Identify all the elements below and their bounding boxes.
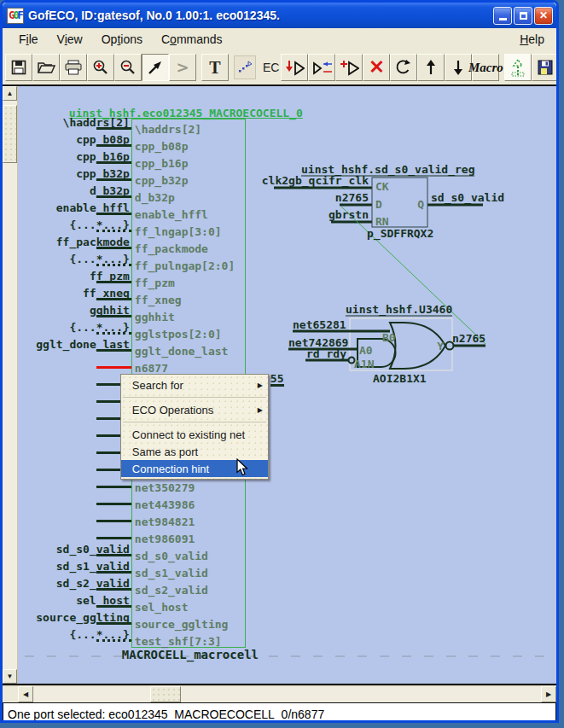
text-tool-button[interactable]: T — [201, 54, 229, 81]
port-stub-wire[interactable] — [96, 178, 131, 181]
external-net-label[interactable]: gglt_done_last — [18, 339, 130, 350]
horizontal-scroll-track[interactable] — [33, 686, 541, 702]
external-net-label[interactable]: gghhit — [18, 305, 130, 316]
port-name-label[interactable]: net350279 — [135, 482, 195, 493]
menu-file[interactable]: File — [11, 31, 46, 48]
port-stub-wire[interactable] — [96, 264, 131, 266]
port-stub-wire[interactable] — [96, 195, 131, 198]
port-name-label[interactable]: d_b32p — [135, 192, 175, 203]
scroll-left-button[interactable]: ◀ — [18, 686, 33, 702]
port-stub-wire[interactable] — [96, 554, 131, 556]
add-gate-button[interactable] — [335, 54, 363, 81]
port-stub-wire[interactable] — [96, 622, 131, 625]
port-name-label[interactable]: gglt_done_last — [135, 346, 229, 357]
external-net-label[interactable]: sel_host — [18, 595, 130, 606]
port-stub-wire[interactable] — [96, 639, 131, 642]
external-net-label[interactable]: enable_hffl — [18, 202, 130, 213]
port-stub-wire[interactable] — [96, 332, 131, 335]
run-update-button[interactable] — [504, 54, 532, 81]
wire-hint-button[interactable] — [234, 55, 256, 79]
horizontal-scrollbar[interactable]: ◀ ▶ — [3, 685, 556, 702]
open-button[interactable] — [32, 54, 60, 81]
port-stub-wire[interactable] — [96, 605, 131, 608]
external-net-label[interactable]: ff_packmode — [18, 236, 130, 248]
external-net-label[interactable]: cpp_b32p — [18, 168, 130, 179]
forward-button[interactable]: > — [169, 54, 196, 81]
menu-commands[interactable]: Commands — [154, 31, 230, 48]
external-net-label[interactable]: {...*...} — [18, 629, 130, 640]
port-name-label[interactable]: source_gglting — [135, 619, 229, 630]
scroll-down-button[interactable]: ▼ — [3, 669, 17, 684]
port-stub-wire[interactable] — [96, 486, 131, 488]
port-name-label[interactable]: sel_host — [135, 602, 189, 613]
scroll-up-button[interactable]: ▲ — [3, 86, 17, 101]
port-stub-wire[interactable] — [96, 588, 131, 591]
port-stub-wire[interactable] — [96, 520, 131, 522]
external-net-label[interactable]: {...*...} — [18, 322, 130, 333]
external-net-label[interactable]: source_gglting — [18, 612, 130, 623]
vertical-scroll-thumb[interactable] — [3, 105, 17, 163]
port-name-label[interactable]: ff_pzm — [135, 277, 175, 288]
port-stub-wire[interactable] — [96, 366, 131, 369]
macro-button[interactable]: Macro — [472, 54, 499, 81]
scroll-right-button[interactable]: ▶ — [541, 686, 556, 702]
move-up-button[interactable] — [417, 54, 445, 81]
port-stub-wire[interactable] — [96, 537, 131, 539]
port-stub-wire[interactable] — [96, 230, 131, 232]
zoom-in-button[interactable] — [87, 54, 114, 81]
select-mode-button[interactable] — [142, 54, 169, 81]
port-name-label[interactable]: ff_pulngap[2:0] — [135, 260, 235, 271]
port-name-label[interactable]: net986091 — [135, 533, 195, 545]
close-button[interactable]: ✕ — [534, 7, 553, 25]
menu-options[interactable]: Options — [94, 31, 150, 48]
context-menu-item[interactable]: Connect to existing net — [121, 426, 268, 443]
print-button[interactable] — [60, 54, 87, 81]
context-menu-item[interactable]: ECO Operations▶ — [121, 401, 268, 418]
menu-view[interactable]: View — [49, 31, 90, 48]
external-net-label[interactable]: {...*...} — [18, 219, 130, 230]
vertical-scrollbar[interactable]: ▲ ▼ — [3, 86, 18, 684]
port-name-label[interactable]: sd_s2_valid — [135, 585, 208, 596]
external-net-label[interactable]: cpp_b08p — [18, 134, 130, 145]
port-name-label[interactable]: test_shf[7:3] — [135, 636, 222, 647]
context-menu-item[interactable]: Search for▶ — [121, 376, 268, 393]
external-net-label[interactable]: {...*...} — [18, 253, 130, 265]
delete-button[interactable]: ✕ — [363, 54, 390, 81]
port-stub-wire[interactable] — [96, 281, 131, 283]
external-net-label[interactable]: sd_s2_valid — [18, 578, 130, 589]
save-netlist-button[interactable] — [532, 54, 559, 81]
port-name-label[interactable]: net443986 — [135, 499, 195, 510]
port-stub-wire[interactable] — [96, 127, 131, 130]
port-name-label[interactable]: n6877 — [135, 363, 168, 374]
port-name-label[interactable]: cpp_b32p — [135, 175, 189, 186]
rotate-button[interactable] — [390, 54, 417, 81]
port-stub-wire[interactable] — [96, 349, 131, 352]
port-name-label[interactable]: \haddrs[2] — [135, 124, 201, 135]
schematic-canvas[interactable]: uinst_hshf.sd_s0_valid_reg clk2gb_qcifr_… — [18, 86, 556, 684]
port-name-label[interactable]: cpp_b16p — [135, 158, 189, 169]
port-stub-wire[interactable] — [96, 247, 131, 249]
port-stub-wire[interactable] — [96, 298, 131, 300]
port-name-label[interactable]: sd_s1_valid — [135, 568, 208, 579]
context-menu-item[interactable]: Same as port — [121, 443, 268, 460]
external-net-label[interactable]: ff_xneg — [18, 288, 130, 299]
port-stub-wire[interactable] — [96, 315, 131, 317]
menu-help[interactable]: Help — [518, 31, 546, 48]
zoom-out-button[interactable] — [114, 54, 142, 81]
port-name-label[interactable]: gglstpos[2:0] — [135, 329, 222, 340]
swap-gate-button[interactable] — [308, 54, 335, 81]
port-name-label[interactable]: enable_hffl — [135, 209, 208, 220]
external-net-label[interactable]: ff_pzm — [18, 271, 130, 282]
port-name-label[interactable]: gghhit — [135, 312, 175, 323]
port-stub-wire[interactable] — [96, 571, 131, 574]
external-net-label[interactable]: sd_s0_valid — [18, 544, 130, 555]
port-name-label[interactable]: ff_lngap[3:0] — [135, 226, 222, 237]
horizontal-scroll-thumb[interactable] — [150, 686, 181, 702]
minimize-button[interactable] — [493, 7, 512, 25]
port-name-label[interactable]: cpp_b08p — [135, 141, 189, 152]
external-net-label[interactable]: sd_s1_valid — [18, 561, 130, 572]
port-stub-wire[interactable] — [96, 503, 131, 505]
port-name-label[interactable]: ff_xneg — [135, 294, 182, 306]
port-stub-wire[interactable] — [96, 144, 131, 147]
port-stub-wire[interactable] — [96, 161, 131, 164]
